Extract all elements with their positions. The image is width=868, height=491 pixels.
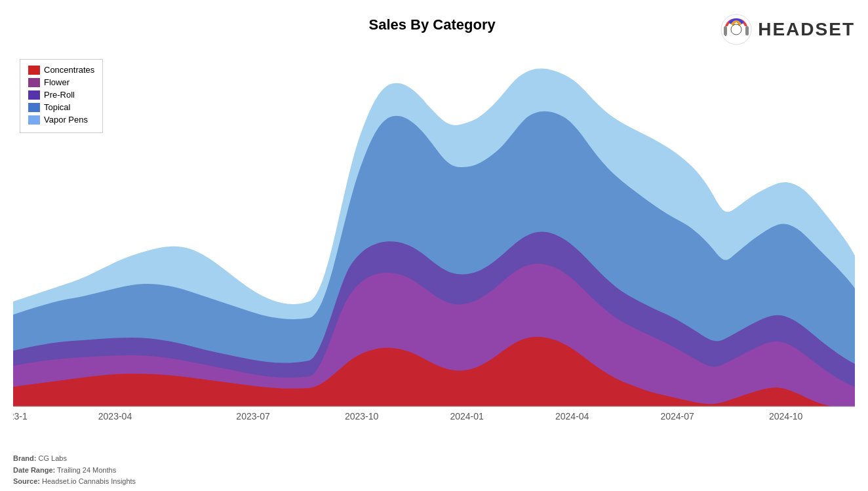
brand-label: Brand:: [13, 454, 36, 462]
svg-text:2024-10: 2024-10: [769, 411, 803, 422]
preroll-color: [28, 90, 40, 100]
legend-item-flower: Flower: [28, 77, 94, 87]
logo-text: HEADSET: [758, 19, 855, 40]
preroll-label: Pre-Roll: [44, 90, 75, 100]
chart-container: Sales By Category HEADSET: [0, 0, 868, 491]
svg-text:2024-04: 2024-04: [555, 411, 589, 422]
concentrates-label: Concentrates: [44, 65, 94, 75]
svg-text:2023-10: 2023-10: [345, 411, 379, 422]
vaporpens-label: Vapor Pens: [44, 115, 88, 125]
svg-rect-3: [745, 26, 749, 35]
flower-color: [28, 78, 40, 87]
svg-text:2024-07: 2024-07: [660, 411, 694, 422]
topical-label: Topical: [44, 102, 70, 112]
svg-rect-2: [724, 26, 727, 35]
chart-legend: Concentrates Flower Pre-Roll Topical Vap…: [20, 59, 103, 133]
svg-text:2023-04: 2023-04: [98, 411, 132, 422]
svg-text:2023-07: 2023-07: [236, 411, 270, 422]
chart-svg: 2023-1 2023-04 2023-07 2023-10 2024-01 2…: [13, 52, 855, 433]
concentrates-color: [28, 66, 40, 75]
chart-title: Sales By Category: [144, 13, 720, 33]
legend-item-topical: Topical: [28, 102, 94, 112]
svg-text:2024-01: 2024-01: [450, 411, 484, 422]
topical-color: [28, 103, 40, 112]
brand-value: CG Labs: [39, 454, 67, 462]
svg-point-1: [731, 24, 741, 35]
flower-label: Flower: [44, 77, 69, 87]
date-range-label: Date Range:: [13, 466, 55, 474]
footer-info: Brand: CG Labs Date Range: Trailing 24 M…: [13, 453, 136, 488]
source-label: Source:: [13, 477, 40, 485]
svg-text:2023-1: 2023-1: [13, 411, 28, 422]
vaporpens-color: [28, 115, 40, 125]
logo-area: HEADSET: [720, 13, 855, 46]
legend-item-preroll: Pre-Roll: [28, 90, 94, 100]
legend-item-concentrates: Concentrates: [28, 65, 94, 75]
chart-header: Sales By Category HEADSET: [13, 13, 855, 46]
legend-item-vaporpens: Vapor Pens: [28, 115, 94, 125]
source-value: Headset.io Cannabis Insights: [42, 477, 136, 485]
logo-icon: [720, 13, 753, 46]
chart-area: Concentrates Flower Pre-Roll Topical Vap…: [13, 52, 855, 433]
date-range-value: Trailing 24 Months: [57, 466, 116, 474]
